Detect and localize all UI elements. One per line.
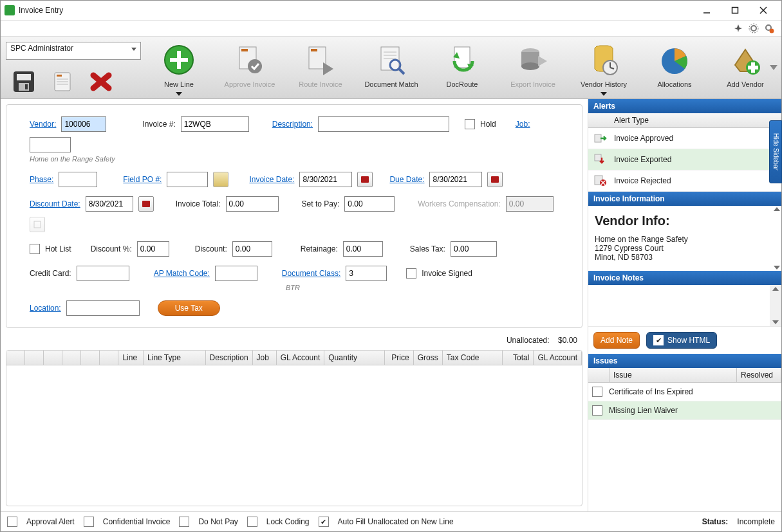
field-po-lookup-icon[interactable] (213, 172, 228, 187)
use-tax-button[interactable]: Use Tax (158, 300, 220, 316)
toolbar-vendor_hist[interactable]: Vendor History (568, 39, 639, 98)
issue-resolved-checkbox[interactable] (592, 405, 602, 416)
col-line-type[interactable]: Line Type (144, 351, 206, 365)
field-po-input[interactable] (167, 172, 208, 187)
col-gross[interactable]: Gross (414, 351, 443, 365)
vendor-info-panel: Vendor Info: Home on the Range Safety 12… (588, 206, 781, 271)
do-not-pay-checkbox[interactable] (179, 517, 189, 527)
svg-rect-19 (170, 58, 188, 62)
gear-alert-icon[interactable] (763, 23, 775, 34)
col-description[interactable]: Description (206, 351, 253, 365)
hotlist-checkbox[interactable] (30, 244, 40, 254)
phase-input[interactable] (59, 172, 97, 187)
notes-scrollbar[interactable] (770, 285, 781, 326)
col-gl-account-2[interactable]: GL Account (534, 351, 582, 365)
field-po-label[interactable]: Field PO #: (123, 175, 162, 184)
sales-tax-input[interactable] (451, 241, 497, 257)
discount-date-calendar-icon[interactable] (138, 196, 154, 212)
invoice-total-label: Invoice Total: (176, 199, 221, 208)
vendor_hist-icon (586, 42, 622, 78)
discount-pct-input[interactable] (137, 241, 169, 257)
invoice-date-input[interactable] (299, 172, 352, 187)
ap-match-input[interactable] (215, 266, 257, 281)
col-tax-code[interactable]: Tax Code (443, 351, 503, 365)
location-label[interactable]: Location: (30, 304, 61, 313)
autofill-checkbox[interactable] (319, 517, 329, 527)
description-input[interactable] (318, 116, 449, 132)
show-html-button[interactable]: Show HTML (646, 332, 717, 349)
set-to-pay-input[interactable] (344, 196, 395, 212)
invoice-num-input[interactable] (181, 116, 249, 132)
new_line-icon (161, 42, 197, 78)
col-price[interactable]: Price (385, 351, 414, 365)
maximize-button[interactable] (721, 1, 749, 19)
delete-button[interactable] (83, 68, 119, 96)
alerts-header: Alerts (588, 99, 781, 113)
location-input[interactable] (66, 300, 140, 316)
svg-point-7 (770, 29, 774, 33)
phase-label[interactable]: Phase: (30, 175, 53, 184)
due-date-label[interactable]: Due Date: (389, 175, 424, 184)
discount-input[interactable] (232, 241, 272, 257)
col-quantity[interactable]: Quantity (324, 351, 384, 365)
alert-row[interactable]: Invoice Exported (588, 149, 781, 170)
col-gl-account[interactable]: GL Account (277, 351, 325, 365)
unallocated-label: Unallocated: (507, 336, 550, 345)
issue-resolved-checkbox[interactable] (592, 387, 602, 397)
close-button[interactable] (749, 1, 777, 19)
hide-sidebar-tab[interactable]: Hide Sidebar (769, 120, 782, 183)
due-date-input[interactable] (429, 172, 482, 187)
toolbar-label: Export Invoice (510, 80, 555, 88)
retainage-input[interactable] (343, 241, 383, 257)
invoice-template-icon[interactable] (44, 68, 80, 96)
toolbar-new_line[interactable]: New Line (144, 39, 214, 98)
issue-row[interactable]: Certificate of Ins Expired (588, 383, 781, 401)
lock-coding-checkbox[interactable] (247, 517, 257, 527)
toolbar-doc_route[interactable]: DocRoute (427, 39, 498, 98)
discount-date-label[interactable]: Discount Date: (30, 199, 80, 208)
toolbar-export: Export Invoice (498, 39, 568, 98)
issue-row[interactable]: Missing Lien Waiver (588, 401, 781, 420)
due-date-calendar-icon[interactable] (487, 172, 503, 187)
alert-text: Invoice Approved (614, 134, 673, 143)
alert-text: Invoice Exported (614, 155, 671, 164)
doc_match-icon (373, 42, 409, 78)
credit-card-input[interactable] (77, 266, 129, 281)
vendor-label[interactable]: Vendor: (30, 120, 56, 129)
job-input[interactable] (30, 137, 71, 152)
toolbar-allocations[interactable]: Allocations (639, 39, 710, 98)
toolbar-expand-icon[interactable] (770, 65, 777, 70)
admin-select[interactable]: SPC Administrator (6, 42, 141, 60)
invoice-total-input[interactable] (226, 196, 279, 212)
sales-tax-label: Sales Tax: (410, 244, 445, 253)
confidential-checkbox[interactable] (84, 517, 94, 527)
save-button[interactable] (6, 68, 42, 96)
invoice-date-label[interactable]: Invoice Date: (249, 175, 294, 184)
toolbar-doc_match[interactable]: Document Match (356, 39, 427, 98)
toolbar-approve: Approve Invoice (214, 39, 285, 98)
invoice-signed-checkbox[interactable] (406, 268, 416, 279)
hold-checkbox[interactable] (465, 119, 475, 129)
line-items-grid[interactable]: Line Line Type Description Job GL Accoun… (6, 350, 582, 506)
discount-date-input[interactable] (86, 196, 133, 212)
job-label[interactable]: Job: (516, 120, 530, 129)
alert-row[interactable]: Invoice Rejected (588, 170, 781, 192)
ap-match-label[interactable]: AP Match Code: (154, 269, 210, 278)
minimize-button[interactable] (693, 1, 721, 19)
col-total[interactable]: Total (503, 351, 534, 365)
invoice-date-calendar-icon[interactable] (357, 172, 373, 187)
window-title: Invoice Entry (19, 6, 693, 15)
notes-body[interactable] (588, 285, 781, 327)
description-label[interactable]: Description: (272, 120, 313, 129)
vendor-input[interactable] (61, 116, 106, 132)
footer-bar: Approval Alert Confidential Invoice Do N… (1, 511, 781, 531)
doc-class-label[interactable]: Document Class: (282, 269, 340, 278)
col-job[interactable]: Job (253, 351, 277, 365)
alert-row[interactable]: Invoice Approved (588, 128, 781, 149)
add-note-button[interactable]: Add Note (593, 332, 640, 349)
pin-icon[interactable] (732, 23, 744, 34)
gear-icon[interactable] (748, 23, 759, 34)
approval-alert-checkbox[interactable] (7, 517, 17, 527)
col-line[interactable]: Line (118, 351, 144, 365)
doc-class-input[interactable] (346, 266, 387, 281)
